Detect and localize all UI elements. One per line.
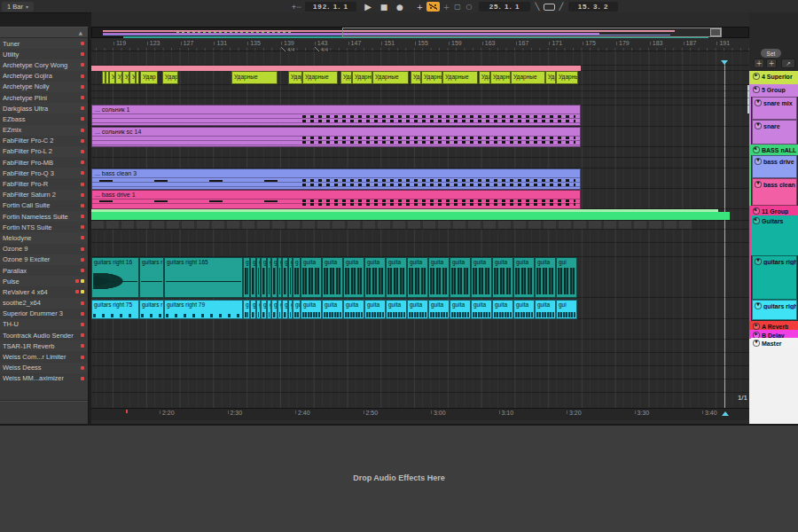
track-header[interactable]: ▼11 Group: [751, 206, 798, 215]
overview-selection-handle[interactable]: [710, 28, 721, 36]
audio-clip[interactable]: g: [243, 257, 250, 298]
midi-drum-clip[interactable]: Удар: [140, 71, 158, 84]
audio-clip[interactable]: guitars right 165: [164, 257, 243, 298]
track-header[interactable]: ▼bass drive: [752, 155, 797, 178]
punch-in-icon[interactable]: ╲: [533, 1, 542, 12]
midi-drum-clip[interactable]: Удар: [479, 71, 490, 84]
time-tick[interactable]: 2:30: [228, 410, 243, 416]
audio-clip[interactable]: ge: [282, 300, 288, 319]
browser-item[interactable]: Archetype Cory Wong: [0, 59, 88, 70]
browser-item[interactable]: Superior Drummer 3: [0, 309, 88, 319]
time-tick[interactable]: 3:00: [431, 410, 446, 416]
track-canvas[interactable]: 1/1 УУдУдУдУдарУдарУдарныеУдарУдарныеУда…: [91, 51, 749, 408]
midi-drum-clip[interactable]: Уд: [115, 71, 122, 84]
midi-drum-clip[interactable]: Уда: [340, 71, 352, 84]
audio-clip[interactable]: gui: [556, 257, 577, 298]
track-header[interactable]: ▼5 Group: [751, 84, 798, 97]
play-button[interactable]: ▶: [362, 1, 374, 12]
midi-drum-clip[interactable]: Ударны: [490, 71, 511, 84]
midi-drum-clip[interactable]: Уда: [411, 71, 421, 84]
browser-item[interactable]: Fortin Cali Suite: [0, 200, 88, 211]
midi-drum-clip[interactable]: Ударные: [231, 71, 278, 84]
time-tick[interactable]: 2:20: [160, 410, 175, 416]
device-panel[interactable]: Drop Audio Effects Here: [0, 424, 798, 532]
browser-item[interactable]: Archetype Nolly: [0, 82, 88, 92]
audio-clip[interactable]: guita: [535, 300, 556, 319]
track-header[interactable]: ▼guitars right: [752, 255, 797, 300]
audio-clip[interactable]: ge: [261, 300, 267, 319]
browser-item[interactable]: Archetype Gojira: [0, 71, 88, 82]
bar-number-tick[interactable]: 159: [449, 40, 462, 46]
browser-item[interactable]: FabFilter Pro-C 2: [0, 136, 88, 146]
track-header[interactable]: ▶4 Superior: [751, 71, 798, 84]
audio-clip[interactable]: guita: [343, 257, 364, 298]
browser-item[interactable]: Fortin NTS Suite: [0, 222, 88, 232]
browser-sort-header[interactable]: ▲: [0, 27, 88, 38]
browser-item[interactable]: Melodyne: [0, 232, 88, 243]
bar-number-tick[interactable]: 187: [684, 40, 697, 46]
audio-clip[interactable]: guitars right 79: [164, 300, 243, 319]
plus-icon[interactable]: +: [415, 1, 425, 12]
bar-number-tick[interactable]: 175: [583, 40, 596, 46]
bar-number-tick[interactable]: 127: [181, 40, 194, 46]
track-header[interactable]: ▶A Reverb: [751, 321, 798, 330]
down-circle-icon[interactable]: ▼: [755, 122, 762, 129]
bar-number-tick[interactable]: 119: [113, 40, 126, 46]
audio-clip[interactable]: guitars right 75: [91, 300, 139, 319]
punch-out-icon[interactable]: ╱: [557, 1, 566, 12]
overview-selection[interactable]: [342, 27, 722, 37]
audio-clip[interactable]: ge: [261, 257, 267, 298]
down-circle-icon[interactable]: ▼: [755, 99, 762, 106]
midi-drum-clip[interactable]: Уда: [545, 71, 556, 84]
bar-number-tick[interactable]: 155: [415, 40, 428, 46]
bar-ruler[interactable]: 1191231271311351391431471511551591631671…: [91, 40, 749, 51]
time-ruler[interactable]: 2:202:302:402:503:003:103:203:303:40: [91, 408, 749, 420]
midi-clip[interactable]: ... bass drive 1: [91, 190, 581, 209]
audio-clip[interactable]: g: [243, 300, 250, 319]
bar-number-tick[interactable]: 131: [214, 40, 227, 46]
browser-item[interactable]: Weiss MM...aximizer: [0, 373, 88, 384]
midi-drum-clip[interactable]: Ударны: [352, 71, 372, 84]
time-tick[interactable]: 2:40: [295, 410, 310, 416]
midi-drum-clip[interactable]: Удар: [162, 71, 178, 84]
audio-clip[interactable]: guita: [301, 300, 322, 319]
browser-item[interactable]: Darkglass Ultra: [0, 103, 88, 113]
track-header[interactable]: ▼Guitars: [751, 215, 798, 255]
audio-clip[interactable]: guitars r: [139, 300, 164, 319]
midi-clip[interactable]: ... сольник 1: [91, 105, 581, 126]
browser-item[interactable]: Ozone 9: [0, 244, 88, 254]
audio-clip[interactable]: ge: [271, 257, 278, 298]
frame-icon[interactable]: ▢: [452, 1, 463, 12]
midi-drum-clip[interactable]: Ударные: [372, 71, 409, 84]
tempo-field[interactable]: 192. 1. 1: [305, 2, 356, 12]
midi-drum-clip[interactable]: Ударные: [302, 71, 338, 84]
play-circle-icon[interactable]: ▶: [753, 323, 760, 330]
record-button[interactable]: ●: [394, 1, 406, 12]
midi-drum-clip[interactable]: Ударные: [442, 71, 478, 84]
audio-clip[interactable]: guitars right 16: [91, 257, 139, 298]
stop-button[interactable]: ■: [378, 1, 390, 12]
audio-clip[interactable]: guitars r: [139, 257, 164, 298]
audio-clip[interactable]: guita: [322, 257, 343, 298]
bar-number-tick[interactable]: 143: [315, 40, 328, 46]
audio-clip[interactable]: gu: [293, 300, 301, 319]
time-tick[interactable]: 3:20: [567, 410, 582, 416]
draw-mode-button[interactable]: [426, 2, 440, 12]
plus-dim-icon[interactable]: +: [442, 1, 451, 12]
browser-item[interactable]: EZbass: [0, 113, 88, 124]
browser-item[interactable]: FabFilter Saturn 2: [0, 190, 88, 200]
zoom-in-button[interactable]: +: [766, 59, 777, 68]
audio-clip[interactable]: gu: [250, 257, 256, 298]
loop-icon[interactable]: [544, 4, 555, 11]
audio-clip[interactable]: guita: [513, 257, 535, 298]
browser-item[interactable]: Weiss Deess: [0, 363, 88, 373]
group-circle-icon[interactable]: ▼: [753, 86, 760, 93]
audio-clip[interactable]: guita: [450, 257, 471, 298]
browser-item[interactable]: Ozone 9 Exciter: [0, 254, 88, 265]
track-header[interactable]: ▼BASS nALL: [751, 145, 798, 155]
browser-item[interactable]: Parallax: [0, 265, 88, 276]
set-button[interactable]: Set: [761, 49, 781, 58]
browser-item[interactable]: Weiss Com...r Limiter: [0, 351, 88, 362]
audio-clip[interactable]: guita: [301, 257, 322, 298]
time-tick[interactable]: 3:30: [635, 410, 650, 416]
